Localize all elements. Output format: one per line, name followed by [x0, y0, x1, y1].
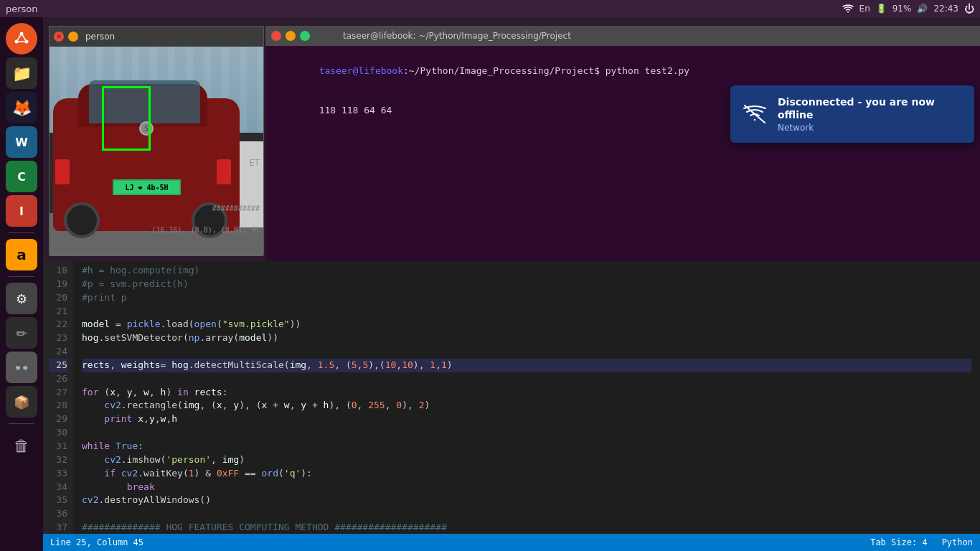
notification-text: Disconnected - you are now offline Netwo…	[778, 95, 963, 133]
statusbar-tab-size: Tab Size: 4	[870, 537, 927, 547]
battery-icon: 🔋	[876, 4, 887, 14]
code-text-area[interactable]: #h = hog.compute(img) #p = svm.predict(h…	[73, 261, 980, 551]
line-num-36: 36	[49, 507, 67, 521]
code-line-25: rects, weights= hog.detectMultiScale(img…	[82, 359, 971, 372]
code-editor[interactable]: 18 19 20 21 22 23 24 25 26 27 28 29 30 3…	[43, 261, 980, 551]
line-num-21: 21	[49, 305, 67, 319]
app-title-label: person	[6, 4, 38, 14]
rear-light-left	[55, 159, 70, 184]
rear-light-right	[217, 159, 231, 184]
power-icon: ⏻	[964, 3, 974, 14]
line-num-30: 30	[49, 426, 67, 440]
code-line-29: print x,y,w,h	[82, 413, 971, 426]
terminal-window[interactable]: taseer@lifebook: ~/Python/Image_Processi…	[265, 26, 980, 270]
code-line-34: break	[82, 481, 971, 494]
statusbar-language: Python	[942, 537, 973, 547]
dock-item-files[interactable]: 📁	[6, 57, 37, 89]
person-window-minimize-button[interactable]	[68, 32, 78, 42]
line-num-22: 22	[49, 318, 67, 331]
code-line-19: #p = svm.predict(h)	[82, 278, 971, 291]
code-line-20: #print p	[82, 291, 971, 305]
topbar-right: En 🔋 91% 🔊 22:43 ⏻	[842, 3, 974, 14]
line-num-32: 32	[49, 453, 67, 467]
code-line-36	[82, 507, 971, 521]
dock-item-trash[interactable]: 🗑	[6, 430, 37, 461]
image-tuple-text: , (16,16), (8,8), (8,8), 9)	[143, 226, 260, 234]
terminal-command: python test2.py	[606, 65, 689, 76]
line-num-35: 35	[49, 494, 67, 507]
dock-item-ubuntu[interactable]	[6, 23, 37, 55]
speaker-icon: 🔊	[917, 4, 928, 14]
wifi-disconnected-icon	[743, 104, 766, 124]
dock-item-firefox[interactable]: 🦊	[6, 92, 37, 123]
line-num-37: 37	[49, 521, 67, 534]
terminal-minimize-button[interactable]	[286, 31, 296, 41]
line-num-27: 27	[49, 386, 67, 400]
code-line-26	[82, 372, 971, 386]
wifi-icon	[842, 4, 854, 13]
line-num-29: 29	[49, 413, 67, 426]
dock-item-amazon[interactable]: a	[6, 239, 37, 270]
license-plate: LJ ❤ 4b-5H	[113, 179, 181, 195]
person-image-window: ✕ person LJ ❤ 4b-5H	[49, 26, 264, 255]
code-line-18: #h = hog.compute(img)	[82, 264, 971, 278]
main-area: ✕ person LJ ❤ 4b-5H	[43, 17, 980, 551]
code-line-28: cv2.rectangle(img, (x, y), (x + w, y + h…	[82, 399, 971, 413]
terminal-dollar: $	[594, 65, 606, 76]
terminal-maximize-button[interactable]	[300, 31, 310, 41]
line-num-26: 26	[49, 372, 67, 386]
code-line-33: if cv2.waitKey(1) & 0xFF == ord('q'):	[82, 467, 971, 481]
dock-item-settings[interactable]: ⚙	[6, 283, 37, 314]
statusbar-position: Line 25, Column 45	[50, 537, 143, 547]
line-num-20: 20	[49, 291, 67, 305]
code-line-24	[82, 345, 971, 359]
code-line-21	[82, 305, 971, 319]
dock-separator-2	[9, 276, 34, 277]
dock-item-reader[interactable]: 👓	[6, 352, 37, 383]
terminal-output: 118 118 64 64	[319, 105, 392, 116]
dock-item-libreoffice-writer[interactable]: W	[6, 126, 37, 158]
detection-bounding-box	[102, 86, 151, 151]
terminal-title: taseer@lifebook: ~/Python/Image_Processi…	[343, 31, 571, 41]
code-line-30	[82, 426, 971, 440]
code-line-27: for (x, y, w, h) in rects:	[82, 386, 971, 400]
code-line-32: cv2.imshow('person', img)	[82, 453, 971, 467]
terminal-titlebar: taseer@lifebook: ~/Python/Image_Processi…	[265, 26, 980, 46]
statusbar-right: Tab Size: 4 Python	[870, 537, 973, 547]
notification-title: Disconnected - you are now offline	[778, 95, 963, 121]
line-num-33: 33	[49, 467, 67, 481]
dock-item-libreoffice-impress[interactable]: I	[6, 195, 37, 227]
terminal-path: :~/Python/Image_Processing/Project	[403, 65, 594, 76]
status-bar: Line 25, Column 45 Tab Size: 4 Python	[43, 534, 980, 551]
terminal-body[interactable]: taseer@lifebook:~/Python/Image_Processin…	[265, 46, 980, 270]
notification-icon	[742, 101, 768, 127]
line-num-18: 18	[49, 264, 67, 278]
clock: 22:43	[933, 4, 958, 14]
line-numbers: 18 19 20 21 22 23 24 25 26 27 28 29 30 3…	[43, 261, 73, 551]
person-window-close-button[interactable]: ✕	[54, 32, 64, 42]
code-editor-body: 18 19 20 21 22 23 24 25 26 27 28 29 30 3…	[43, 261, 980, 551]
person-image-canvas: LJ ❤ 4b-5H S ET ########### , (16,16), (…	[50, 47, 263, 256]
dock-item-libreoffice-calc[interactable]: C	[6, 161, 37, 192]
code-line-31: while True:	[82, 440, 971, 453]
battery-level: 91%	[892, 4, 912, 14]
dock-item-software[interactable]: 📦	[6, 386, 37, 418]
person-window-title: person	[85, 32, 115, 42]
dock-item-text-editor[interactable]: ✏	[6, 317, 37, 349]
code-line-35: cv2.destroyAllWindows()	[82, 494, 971, 507]
network-notification: Disconnected - you are now offline Netwo…	[730, 85, 974, 143]
line-num-23: 23	[49, 331, 67, 345]
system-topbar: person En 🔋 91% 🔊 22:43 ⏻	[0, 0, 980, 17]
image-hash-text: ###########	[212, 204, 260, 212]
wheel-left	[64, 202, 100, 238]
person-window-titlebar: ✕ person	[50, 27, 263, 47]
code-line-23: hog.setSVMDetector(np.array(model))	[82, 331, 971, 345]
notification-subtitle: Network	[778, 123, 963, 133]
dock-separator-3	[9, 423, 34, 424]
terminal-close-button[interactable]	[271, 31, 281, 41]
keyboard-lang: En	[859, 4, 870, 14]
line-num-28: 28	[49, 399, 67, 413]
line-num-34: 34	[49, 481, 67, 494]
line-num-31: 31	[49, 440, 67, 453]
line-num-25: 25	[49, 359, 67, 372]
